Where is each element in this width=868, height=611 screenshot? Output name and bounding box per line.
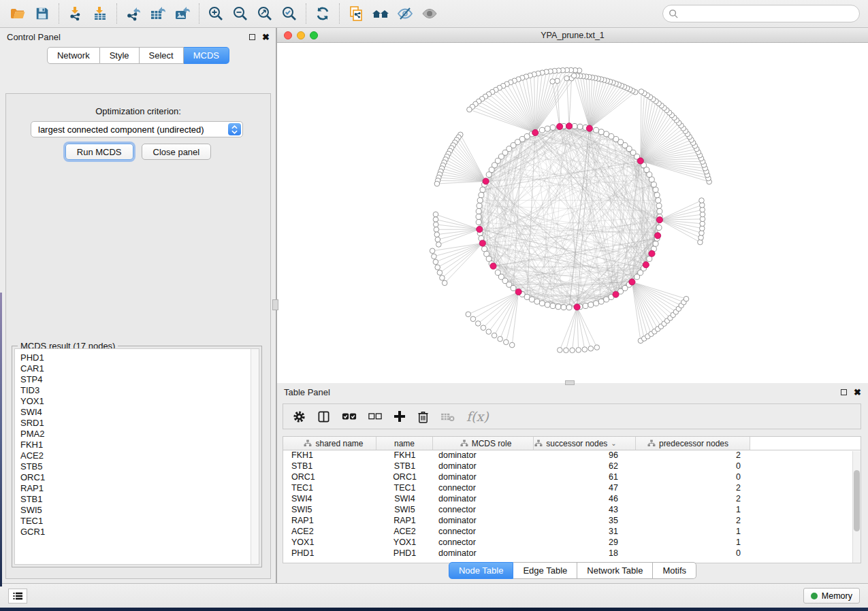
zoom-fit-button[interactable] [253,3,277,24]
zoom-selected-button[interactable] [277,3,302,24]
first-neighbors-button[interactable] [368,3,393,24]
export-network-button[interactable] [121,3,146,24]
show-columns-button[interactable] [317,410,330,423]
function-builder-button[interactable]: f(x) [466,409,489,424]
cell-shared-name[interactable]: YOX1 [283,538,376,548]
cell-predecessor-nodes[interactable]: 0 [636,472,750,483]
add-row-button[interactable] [393,410,406,423]
vertical-splitter-handle[interactable] [272,299,278,310]
delete-table-button[interactable] [440,412,455,422]
cell-successor-nodes[interactable]: 47 [534,483,636,494]
table-row[interactable]: RAP1RAP1dominator352 [283,516,861,527]
mcds-result-item[interactable]: YOX1 [20,396,253,407]
cell-MCDS-role[interactable]: dominator [433,548,534,559]
task-history-button[interactable] [8,589,27,604]
cell-MCDS-role[interactable]: connector [433,505,534,516]
mcds-result-item[interactable]: STB1 [20,494,253,505]
cell-predecessor-nodes[interactable]: 1 [636,538,750,548]
table-tab-node-table[interactable]: Node Table [449,562,514,579]
cell-MCDS-role[interactable]: dominator [433,516,534,527]
import-table-button[interactable] [88,3,112,24]
zoom-in-button[interactable] [204,3,228,24]
table-row[interactable]: STB1STB1dominator620 [283,461,861,472]
table-tab-motifs[interactable]: Motifs [653,562,696,579]
select-all-button[interactable] [342,411,357,422]
column-header-shared-name[interactable]: shared name [283,437,376,450]
cell-predecessor-nodes[interactable]: 1 [636,527,750,538]
cell-name[interactable]: SWI5 [376,505,433,516]
float-panel-icon[interactable] [249,34,255,40]
cell-shared-name[interactable]: ORC1 [283,472,376,483]
mcds-result-item[interactable]: SWI5 [20,505,253,516]
close-panel-icon[interactable]: ✖ [262,34,270,40]
cell-predecessor-nodes[interactable]: 2 [636,516,750,527]
open-session-button[interactable] [5,3,30,24]
show-all-button[interactable] [417,3,442,24]
cell-predecessor-nodes[interactable]: 2 [636,483,750,494]
tab-select[interactable]: Select [140,47,184,64]
cell-name[interactable]: ACE2 [376,527,433,538]
save-session-button[interactable] [30,3,54,24]
cell-name[interactable]: ORC1 [376,472,433,483]
cell-predecessor-nodes[interactable]: 2 [636,494,750,505]
cell-successor-nodes[interactable]: 18 [534,548,636,559]
mcds-result-item[interactable]: RAP1 [20,483,253,494]
table-row[interactable]: YOX1YOX1connector291 [283,538,861,548]
mcds-result-item[interactable]: GCR1 [20,527,253,538]
network-from-selection-button[interactable] [344,3,368,24]
mcds-result-item[interactable]: ORC1 [20,472,253,483]
table-row[interactable]: PHD1PHD1dominator180 [283,548,861,559]
cell-successor-nodes[interactable]: 46 [534,494,636,505]
cell-successor-nodes[interactable]: 62 [534,461,636,472]
cell-predecessor-nodes[interactable]: 0 [636,461,750,472]
mcds-list-scrollbar[interactable] [251,349,259,564]
cell-successor-nodes[interactable]: 61 [534,472,636,483]
network-canvas[interactable] [277,43,868,383]
column-header-name[interactable]: name [376,437,433,450]
column-settings-button[interactable] [293,410,306,423]
cell-predecessor-nodes[interactable]: 0 [636,548,750,559]
zoom-out-button[interactable] [228,3,253,24]
cell-successor-nodes[interactable]: 43 [534,505,636,516]
close-panel-button[interactable]: Close panel [142,144,212,160]
column-header-successor-nodes[interactable]: successor nodes⌄ [534,437,636,450]
table-row[interactable]: SWI4SWI4dominator462 [283,494,861,505]
refresh-layout-button[interactable] [310,3,335,24]
cell-successor-nodes[interactable]: 96 [534,450,636,461]
mcds-result-item[interactable]: PHD1 [20,352,253,363]
cell-MCDS-role[interactable]: connector [433,483,534,494]
cell-MCDS-role[interactable]: dominator [433,494,534,505]
cell-predecessor-nodes[interactable]: 1 [636,505,750,516]
cell-shared-name[interactable]: STB1 [283,461,376,472]
window-minimize-icon[interactable] [297,31,305,39]
criterion-dropdown[interactable]: largest connected component (undirected) [31,121,243,137]
cell-shared-name[interactable]: PHD1 [283,548,376,559]
tab-style[interactable]: Style [100,47,140,64]
export-table-button[interactable] [146,3,170,24]
cell-name[interactable]: PHD1 [376,548,433,559]
cell-name[interactable]: FKH1 [376,450,433,461]
cell-shared-name[interactable]: FKH1 [283,450,376,461]
window-zoom-icon[interactable] [310,31,318,39]
mcds-result-item[interactable]: CAR1 [20,363,253,374]
import-network-button[interactable] [63,3,88,24]
cell-predecessor-nodes[interactable]: 2 [636,450,750,461]
tab-network[interactable]: Network [47,47,100,64]
cell-MCDS-role[interactable]: connector [433,538,534,548]
column-header-predecessor-nodes[interactable]: predecessor nodes [636,437,750,450]
mcds-result-item[interactable]: SWI4 [20,407,253,418]
horizontal-splitter-handle[interactable] [565,380,575,385]
table-scrollbar[interactable] [852,451,861,563]
table-scrollbar-thumb[interactable] [854,470,860,531]
delete-row-button[interactable] [417,410,429,423]
tab-mcds[interactable]: MCDS [184,47,229,64]
cell-successor-nodes[interactable]: 29 [534,538,636,548]
table-row[interactable]: ACE2ACE2connector311 [283,527,861,538]
cell-MCDS-role[interactable]: connector [433,527,534,538]
cell-name[interactable]: TEC1 [376,483,433,494]
table-row[interactable]: SWI5SWI5connector431 [283,505,861,516]
cell-name[interactable]: YOX1 [376,538,433,548]
table-tab-edge-table[interactable]: Edge Table [513,562,577,579]
network-window-titlebar[interactable]: YPA_prune.txt_1 [277,28,868,43]
cell-name[interactable]: STB1 [376,461,433,472]
